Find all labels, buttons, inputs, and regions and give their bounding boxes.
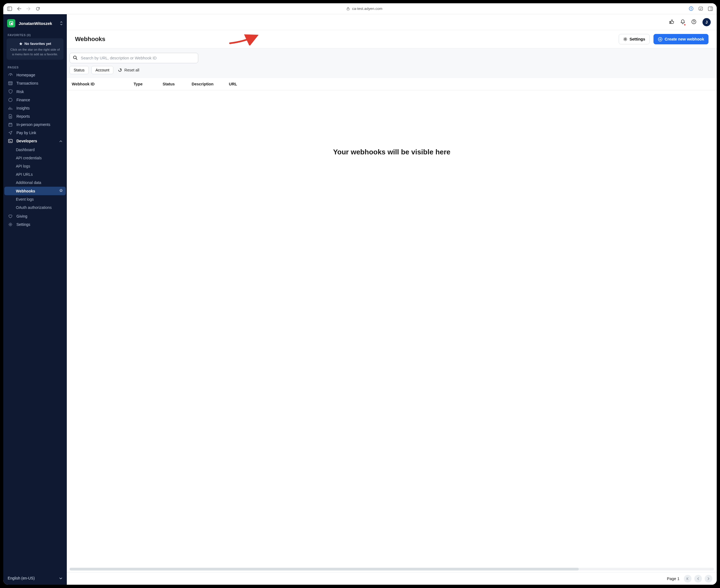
sidebar-item-label: Transactions [17,81,38,85]
svg-rect-9 [11,23,12,24]
bell-icon[interactable] [680,19,685,25]
sidebar-item-label: In-person payments [17,122,50,127]
svg-rect-4 [691,8,692,10]
svg-point-15 [692,19,696,24]
sidebar-item-inperson[interactable]: In-person payments [5,121,65,129]
pager-prev[interactable] [694,575,702,583]
filter-account[interactable]: Account [91,66,113,74]
chevron-up-down-icon [60,21,63,25]
subitem-api-credentials[interactable]: API credentials [4,154,66,162]
sidebar-item-giving[interactable]: Giving [5,212,65,220]
search-input[interactable] [69,53,198,63]
thumbs-up-icon[interactable] [669,19,674,25]
topbar: J [67,14,717,30]
chevron-down-icon [59,576,62,580]
store-icon [8,123,13,127]
svg-rect-2 [347,8,349,10]
heart-icon [8,214,13,218]
chip-label: Status [73,68,85,72]
sidebar: JonatanWitoszek FAVORITES (0) No favorit… [3,14,67,585]
sidebar-item-transactions[interactable]: Transactions [5,79,65,87]
subitem-event-logs[interactable]: Event logs [4,195,66,203]
tabs-icon[interactable] [708,6,713,11]
forward-icon[interactable] [26,7,31,11]
svg-rect-0 [7,7,12,11]
sidebar-item-label: Finance [17,98,30,102]
sidebar-item-settings[interactable]: Settings [5,220,65,229]
account-switcher[interactable]: JonatanWitoszek [3,14,67,31]
svg-rect-6 [708,7,713,11]
sidebar-item-label: Pay by Link [17,131,36,135]
sidebar-item-paybylink[interactable]: Pay by Link [5,129,65,137]
sidebar-item-risk[interactable]: Risk [5,87,65,96]
favorites-empty-title: No favorites yet [24,42,51,46]
sidebar-item-reports[interactable]: Reports [5,112,65,121]
page-header: Webhooks Settings Create new webhook [67,30,717,48]
subitem-webhooks[interactable]: Webhooks [4,187,66,195]
document-icon [8,114,13,119]
sidebar-toggle-icon[interactable] [7,6,12,11]
sub-item-label: Additional data [16,181,41,185]
empty-state: Your webhooks will be visible here [67,90,717,156]
svg-point-14 [10,224,11,225]
language-label: English (en-US) [8,576,35,580]
svg-point-17 [624,39,626,40]
star-outline-icon[interactable] [59,189,63,193]
button-label: Settings [630,37,645,41]
gauge-icon [8,72,13,77]
coin-icon [8,98,13,102]
url-text: ca-test.adyen.com [352,6,382,11]
browser-toolbar: ca-test.adyen.com [3,3,717,14]
subitem-dashboard[interactable]: Dashboard [4,146,66,154]
subitem-api-urls[interactable]: API URLs [4,170,66,178]
svg-rect-13 [8,139,12,143]
sidebar-item-label: Settings [17,222,30,227]
subitem-additional-data[interactable]: Additional data [4,178,66,187]
sidebar-item-label: Insights [17,106,29,110]
col-description: Description [192,82,222,86]
sidebar-item-insights[interactable]: Insights [5,104,65,112]
table-area: Webhook ID Type Status Description URL Y… [67,78,717,568]
pager-first[interactable] [684,575,692,583]
filter-status[interactable]: Status [69,66,89,74]
reset-filters-button[interactable]: Reset all [116,66,141,74]
col-status: Status [163,82,185,86]
refresh-icon [118,68,122,72]
help-icon[interactable] [691,19,696,25]
sub-item-label: API URLs [16,172,33,176]
avatar[interactable]: J [702,18,711,26]
extensions-icon[interactable] [698,6,703,11]
page-title: Webhooks [75,36,105,43]
lock-icon [346,7,350,10]
table-header-row: Webhook ID Type Status Description URL [67,78,717,90]
shield-icon [8,89,13,94]
sidebar-item-finance[interactable]: Finance [5,96,65,104]
notification-dot [684,24,686,26]
pagination-footer: Page 1 [67,572,717,585]
sidebar-item-developers[interactable]: Developers [5,137,65,145]
chevron-up-icon [59,139,62,143]
sub-item-label: API credentials [16,156,42,160]
back-icon[interactable] [17,7,21,11]
star-icon [19,42,23,46]
pager-next[interactable] [705,575,712,583]
refresh-icon[interactable] [36,6,40,11]
horizontal-scrollbar[interactable] [69,568,714,570]
sidebar-item-homepage[interactable]: Homepage [5,71,65,79]
chip-label: Account [96,68,109,72]
onepassword-icon[interactable] [689,6,694,11]
subitem-oauth[interactable]: OAuth authorizations [4,203,66,212]
reset-label: Reset all [124,68,139,72]
settings-button[interactable]: Settings [619,34,650,44]
language-selector[interactable]: English (en-US) [3,573,67,585]
address-bar[interactable]: ca-test.adyen.com [43,6,686,11]
svg-point-12 [9,98,12,102]
pages-label: PAGES [3,64,67,71]
table-icon [8,81,13,85]
plus-circle-icon [658,37,662,42]
favorites-empty: No favorites yet Click on the star on th… [6,38,64,60]
create-webhook-button[interactable]: Create new webhook [654,34,708,44]
sub-item-label: Event logs [16,197,34,202]
subitem-api-logs[interactable]: API logs [4,162,66,170]
sidebar-item-label: Risk [17,89,24,94]
